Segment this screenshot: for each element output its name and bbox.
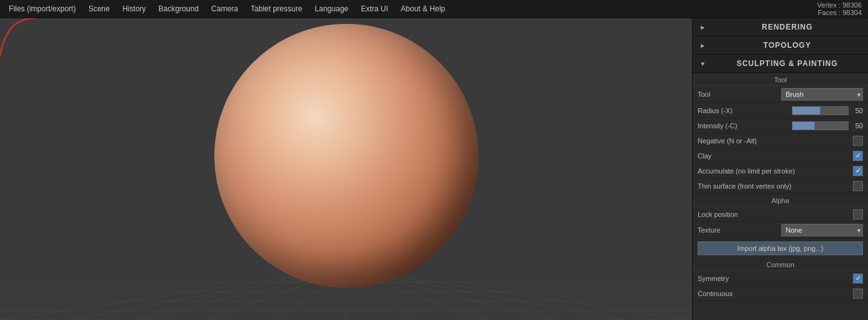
radius-slider[interactable] [792,106,849,115]
tool-dropdown[interactable]: Brush Flatten Inflate [781,88,863,101]
accumulate-row: Accumulate (no limit per stroke) [693,163,868,179]
grid-floor [0,270,692,320]
intensity-label: Intensity (-C) [698,122,792,130]
lock-position-row: Lock position [693,207,868,222]
intensity-row: Intensity (-C) 50 [693,118,868,133]
negative-row: Negative (N or -Alt) [693,133,868,148]
radius-fill [793,107,820,114]
topology-arrow: ► [698,40,708,50]
camera-menu[interactable]: Camera [205,0,244,18]
clay-row: Clay [693,148,868,163]
red-arc [0,18,35,62]
tool-row: Tool Brush Flatten Inflate [693,86,868,103]
sculpting-section-header[interactable]: ▼ SCULPTING & PAINTING [693,55,868,73]
topology-section-header[interactable]: ► TOPOLOGY [693,36,868,55]
radius-control: 50 [792,106,863,115]
tool-dropdown-wrapper: Brush Flatten Inflate [781,88,863,101]
svg-line-14 [346,270,623,320]
svg-line-5 [0,270,346,320]
symmetry-label: Symmetry [698,275,853,282]
main-area: ► RENDERING ► TOPOLOGY ▼ SCULPTING & PAI… [0,18,868,320]
texture-control: None [781,224,863,236]
clay-label: Clay [698,152,853,160]
tablet-pressure-menu[interactable]: Tablet pressure [244,0,309,18]
radius-label: Radius (-X) [698,107,792,114]
svg-line-12 [346,270,485,320]
clay-control [853,151,863,161]
continuous-checkbox[interactable] [853,289,863,299]
lock-position-label: Lock position [698,211,853,218]
rendering-section-header[interactable]: ► RENDERING [693,18,868,36]
intensity-value: 50 [850,122,863,130]
texture-dropdown-wrapper: None [781,224,863,236]
svg-line-6 [69,270,346,320]
sculpting-content: Tool Tool Brush Flatten Inflate Radius [693,73,868,301]
language-menu[interactable]: Language [309,0,354,18]
thin-surface-control [853,181,863,191]
extra-ui-menu[interactable]: Extra UI [354,0,394,18]
faces-count: Faces : 98304 [818,9,862,16]
radius-row: Radius (-X) 50 [693,103,868,118]
about-help-menu[interactable]: About & Help [395,0,452,18]
import-alpha-button[interactable]: Import alpha tex (jpg, png...) [698,241,863,255]
texture-row: Texture None [693,222,868,239]
sculpting-title: SCULPTING & PAINTING [711,59,863,68]
symmetry-checkbox[interactable] [853,273,863,284]
sphere-mesh [214,24,478,288]
svg-line-15 [346,270,693,320]
svg-line-8 [207,270,346,320]
lock-position-checkbox[interactable] [853,209,863,219]
intensity-slider[interactable] [792,121,849,130]
continuous-label: Continuous [698,290,853,297]
background-menu[interactable]: Background [152,0,205,18]
thin-surface-label: Thin surface (front vertex only) [698,182,853,190]
tool-control: Brush Flatten Inflate [781,88,863,101]
tool-label: Tool [698,91,781,98]
rendering-title: RENDERING [711,23,863,31]
sculpting-arrow: ▼ [698,58,708,69]
svg-line-9 [277,270,346,320]
intensity-control: 50 [792,121,863,130]
negative-label: Negative (N or -Alt) [698,137,853,145]
topology-title: TOPOLOGY [711,41,863,50]
thin-surface-checkbox[interactable] [853,181,863,191]
vertex-count: Vertex : 98306 [817,1,862,9]
symmetry-row: Symmetry [693,271,868,286]
thin-surface-row: Thin surface (front vertex only) [693,179,868,194]
accumulate-label: Accumulate (no limit per stroke) [698,167,853,175]
accumulate-checkbox[interactable] [853,166,863,176]
negative-checkbox[interactable] [853,136,863,146]
alpha-section-label: Alpha [693,194,868,207]
svg-line-11 [346,270,415,320]
radius-value: 50 [850,107,863,114]
negative-control [853,136,863,146]
right-panel: ► RENDERING ► TOPOLOGY ▼ SCULPTING & PAI… [692,18,868,320]
intensity-fill [793,122,815,130]
accumulate-control [853,166,863,176]
continuous-control [853,289,863,299]
menubar: Files (import/export) Scene History Back… [0,0,868,18]
symmetry-control [853,273,863,284]
svg-line-13 [346,270,554,320]
svg-line-7 [138,270,346,320]
sphere-container [214,24,478,288]
files-menu[interactable]: Files (import/export) [3,0,82,18]
texture-dropdown[interactable]: None [781,224,863,236]
scene-menu[interactable]: Scene [82,0,116,18]
clay-checkbox[interactable] [853,151,863,161]
tool-section-label: Tool [693,73,868,86]
history-menu[interactable]: History [116,0,152,18]
continuous-row: Continuous [693,286,868,301]
texture-label: Texture [698,226,781,234]
lock-position-control [853,209,863,219]
rendering-arrow: ► [698,22,708,32]
common-section-label: Common [693,258,868,271]
top-info: Vertex : 98306 Faces : 98304 [817,1,865,16]
viewport[interactable] [0,18,692,320]
